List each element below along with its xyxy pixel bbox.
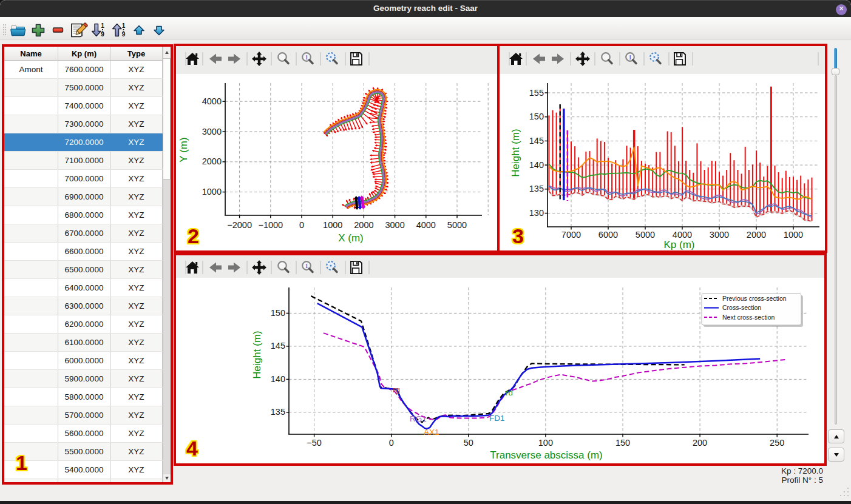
svg-text:145: 145 xyxy=(529,136,544,146)
svg-text:Height (m): Height (m) xyxy=(510,129,521,176)
svg-text:1: 1 xyxy=(305,55,308,61)
svg-text:9: 9 xyxy=(122,31,126,38)
svg-text:X (m): X (m) xyxy=(338,232,364,244)
svg-text:3000: 3000 xyxy=(385,220,404,230)
svg-text:Previous cross-section: Previous cross-section xyxy=(722,295,787,302)
svg-text:200: 200 xyxy=(693,438,707,448)
svg-text:150: 150 xyxy=(271,308,285,318)
svg-text:100: 100 xyxy=(538,438,553,448)
svg-text:0: 0 xyxy=(299,220,304,230)
svg-text:130: 130 xyxy=(529,208,544,218)
svg-text:1000: 1000 xyxy=(202,187,222,197)
svg-text:250: 250 xyxy=(770,438,784,448)
svg-text:2000: 2000 xyxy=(354,220,373,230)
svg-text:3000: 3000 xyxy=(202,127,222,136)
svg-text:4000: 4000 xyxy=(416,220,436,230)
svg-text:rg: rg xyxy=(393,385,400,394)
svg-text:135: 135 xyxy=(529,184,544,193)
svg-text:155: 155 xyxy=(529,88,544,98)
svg-text:Next cross-section: Next cross-section xyxy=(722,314,775,321)
svg-text:Kp (m): Kp (m) xyxy=(664,239,695,250)
svg-text:2000: 2000 xyxy=(202,156,222,166)
svg-text:50: 50 xyxy=(464,438,473,448)
svg-text:150: 150 xyxy=(529,112,544,121)
svg-text:1: 1 xyxy=(629,55,632,61)
svg-text:Transverse abscissa (m): Transverse abscissa (m) xyxy=(490,449,602,461)
svg-text:145: 145 xyxy=(271,341,285,351)
svg-text:RG1: RG1 xyxy=(410,414,427,423)
svg-text:6000: 6000 xyxy=(598,230,618,240)
svg-text:1: 1 xyxy=(122,22,126,29)
svg-text:AX1: AX1 xyxy=(424,428,439,437)
svg-text:1: 1 xyxy=(305,263,308,269)
svg-text:5000: 5000 xyxy=(636,230,655,240)
svg-text:7000: 7000 xyxy=(561,230,581,240)
svg-text:140: 140 xyxy=(271,374,285,384)
svg-text:140: 140 xyxy=(529,160,544,170)
svg-text:rd: rd xyxy=(506,388,513,397)
svg-text:4000: 4000 xyxy=(202,96,222,106)
svg-text:150: 150 xyxy=(615,438,630,448)
svg-text:5000: 5000 xyxy=(447,220,467,230)
svg-text:Height (m): Height (m) xyxy=(251,331,263,378)
svg-text:3000: 3000 xyxy=(710,230,729,240)
svg-text:1: 1 xyxy=(101,22,104,29)
svg-text:−50: −50 xyxy=(307,438,322,448)
svg-text:FD1: FD1 xyxy=(489,414,505,423)
svg-text:Cross-section: Cross-section xyxy=(722,304,761,311)
svg-text:1000: 1000 xyxy=(323,220,342,230)
svg-text:9: 9 xyxy=(101,31,104,38)
svg-text:4000: 4000 xyxy=(673,230,692,240)
svg-text:0: 0 xyxy=(389,438,394,448)
svg-text:−2000: −2000 xyxy=(227,220,252,230)
svg-text:−1000: −1000 xyxy=(258,220,283,230)
svg-text:135: 135 xyxy=(271,407,285,417)
svg-text:1000: 1000 xyxy=(784,230,803,240)
svg-text:2000: 2000 xyxy=(747,230,766,240)
svg-text:Y (m): Y (m) xyxy=(178,137,189,162)
